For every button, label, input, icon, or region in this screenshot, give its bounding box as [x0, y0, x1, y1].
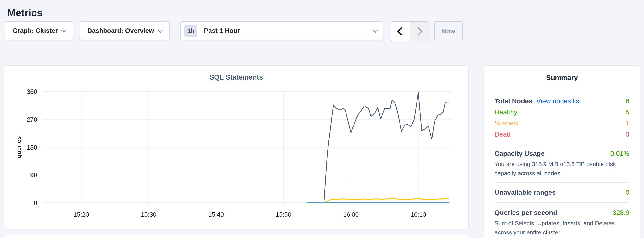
time-range-label: Past 1 Hour [204, 27, 240, 35]
chevron-right-icon [414, 27, 422, 35]
queries-per-second-label: Queries per second [494, 209, 557, 217]
chart-title[interactable]: SQL Statements [210, 73, 263, 83]
total-nodes-row: Total Nodes View nodes list 6 [494, 96, 629, 107]
divider [494, 144, 629, 144]
healthy-nodes-row: Healthy 5 [494, 107, 629, 118]
capacity-usage-value: 0.01% [610, 150, 629, 158]
healthy-value: 5 [626, 108, 629, 116]
svg-text:15:20: 15:20 [74, 211, 89, 218]
time-next-button[interactable] [410, 22, 428, 41]
time-prev-button[interactable] [391, 22, 410, 41]
capacity-usage-label: Capacity Usage [494, 150, 545, 158]
unavailable-ranges-row: Unavailable ranges 0 [494, 187, 629, 198]
svg-text:15:50: 15:50 [276, 211, 291, 218]
summary-title: Summary [494, 74, 629, 82]
svg-text:16:10: 16:10 [410, 211, 426, 218]
healthy-label: Healthy [494, 108, 517, 116]
svg-text:queries: queries [15, 136, 22, 158]
time-step-buttons [390, 21, 429, 41]
capacity-usage-row: Capacity Usage 0.01% [494, 148, 629, 159]
dashboard-selector-label: Dashboard: Overview [87, 27, 154, 35]
metrics-page: Metrics Graph: Cluster Dashboard: Overvi… [0, 0, 644, 238]
dead-value: 0 [626, 131, 629, 138]
chevron-left-icon [397, 27, 406, 35]
divider [494, 182, 629, 183]
now-button[interactable]: Now [434, 21, 462, 41]
total-nodes-value: 6 [626, 97, 629, 105]
svg-text:270: 270 [27, 116, 37, 123]
queries-per-second-value: 328.9 [612, 209, 629, 217]
chevron-down-icon [373, 27, 378, 33]
dead-label: Dead [494, 131, 510, 138]
dashboard-selector-dropdown[interactable]: Dashboard: Overview [80, 21, 170, 40]
page-title: Metrics [7, 7, 42, 19]
next-chart-card-edge [4, 235, 468, 238]
unavailable-ranges-label: Unavailable ranges [494, 189, 556, 196]
svg-text:16:00: 16:00 [343, 211, 359, 218]
time-range-dropdown[interactable]: 1h Past 1 Hour [180, 21, 384, 40]
time-shortcut-badge: 1h [184, 25, 197, 37]
unavailable-ranges-value: 0 [626, 189, 629, 196]
suspect-value: 1 [626, 120, 629, 127]
summary-panel: Summary Total Nodes View nodes list 6 He… [484, 65, 640, 238]
total-nodes-label: Total Nodes [494, 97, 532, 105]
svg-text:360: 360 [27, 88, 37, 95]
dead-nodes-row: Dead 0 [494, 129, 629, 140]
divider [494, 202, 629, 203]
capacity-usage-description: You are using 315.9 MiB of 3.6 TiB usabl… [494, 160, 629, 178]
toolbar: Graph: Cluster Dashboard: Overview 1h Pa… [5, 21, 462, 41]
svg-text:15:30: 15:30 [141, 211, 156, 218]
svg-text:180: 180 [27, 144, 37, 151]
suspect-nodes-row: Suspect 1 [494, 118, 629, 129]
queries-per-second-row: Queries per second 328.9 [494, 207, 629, 218]
graph-selector-label: Graph: Cluster [12, 27, 58, 35]
sql-statements-chart[interactable]: 15:2015:3015:4015:5016:0016:100901802703… [4, 66, 469, 229]
chart-title-wrap: SQL Statements [4, 73, 468, 83]
svg-text:0: 0 [34, 199, 37, 206]
sql-statements-chart-card: SQL Statements 15:2015:3015:4015:5016:00… [4, 65, 468, 229]
svg-text:90: 90 [30, 171, 37, 179]
svg-text:15:40: 15:40 [208, 211, 224, 218]
chevron-down-icon [158, 27, 163, 33]
queries-per-second-description: Sum of Selects, Updates, Inserts, and De… [494, 219, 629, 237]
view-nodes-link[interactable]: View nodes list [536, 97, 581, 105]
chevron-down-icon [61, 27, 67, 33]
suspect-label: Suspect [494, 120, 519, 127]
graph-selector-dropdown[interactable]: Graph: Cluster [5, 21, 74, 40]
